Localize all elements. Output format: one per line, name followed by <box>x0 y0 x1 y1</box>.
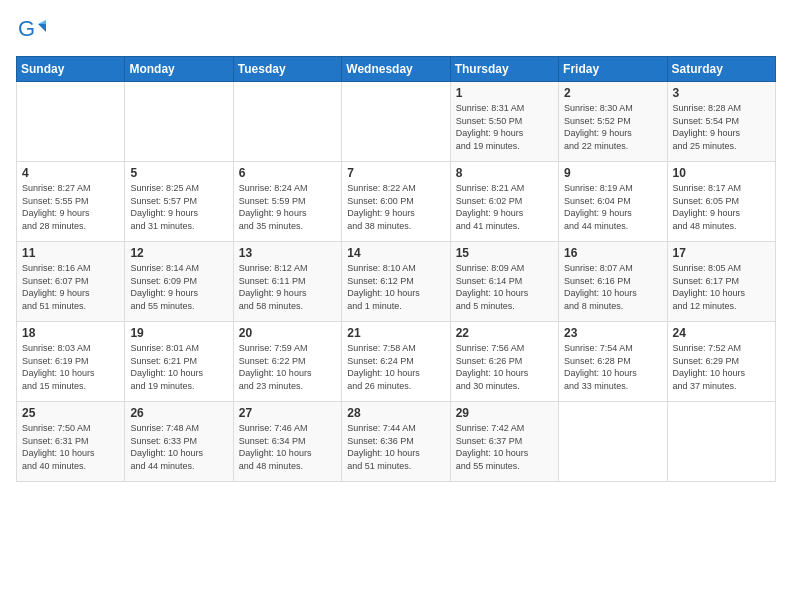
calendar-cell: 10Sunrise: 8:17 AM Sunset: 6:05 PM Dayli… <box>667 162 775 242</box>
day-info: Sunrise: 7:56 AM Sunset: 6:26 PM Dayligh… <box>456 342 553 392</box>
calendar-cell: 8Sunrise: 8:21 AM Sunset: 6:02 PM Daylig… <box>450 162 558 242</box>
day-number: 19 <box>130 326 227 340</box>
calendar-cell: 26Sunrise: 7:48 AM Sunset: 6:33 PM Dayli… <box>125 402 233 482</box>
calendar-cell: 1Sunrise: 8:31 AM Sunset: 5:50 PM Daylig… <box>450 82 558 162</box>
day-info: Sunrise: 8:27 AM Sunset: 5:55 PM Dayligh… <box>22 182 119 232</box>
day-info: Sunrise: 8:14 AM Sunset: 6:09 PM Dayligh… <box>130 262 227 312</box>
day-info: Sunrise: 8:30 AM Sunset: 5:52 PM Dayligh… <box>564 102 661 152</box>
day-info: Sunrise: 8:31 AM Sunset: 5:50 PM Dayligh… <box>456 102 553 152</box>
calendar-cell: 13Sunrise: 8:12 AM Sunset: 6:11 PM Dayli… <box>233 242 341 322</box>
calendar-week-3: 18Sunrise: 8:03 AM Sunset: 6:19 PM Dayli… <box>17 322 776 402</box>
calendar-cell: 28Sunrise: 7:44 AM Sunset: 6:36 PM Dayli… <box>342 402 450 482</box>
calendar-cell: 16Sunrise: 8:07 AM Sunset: 6:16 PM Dayli… <box>559 242 667 322</box>
day-number: 16 <box>564 246 661 260</box>
weekday-header-wednesday: Wednesday <box>342 57 450 82</box>
calendar-cell: 22Sunrise: 7:56 AM Sunset: 6:26 PM Dayli… <box>450 322 558 402</box>
calendar-week-1: 4Sunrise: 8:27 AM Sunset: 5:55 PM Daylig… <box>17 162 776 242</box>
day-info: Sunrise: 8:07 AM Sunset: 6:16 PM Dayligh… <box>564 262 661 312</box>
calendar-cell <box>667 402 775 482</box>
svg-marker-1 <box>38 24 46 32</box>
calendar-table: SundayMondayTuesdayWednesdayThursdayFrid… <box>16 56 776 482</box>
day-info: Sunrise: 7:50 AM Sunset: 6:31 PM Dayligh… <box>22 422 119 472</box>
day-number: 26 <box>130 406 227 420</box>
day-info: Sunrise: 8:01 AM Sunset: 6:21 PM Dayligh… <box>130 342 227 392</box>
day-number: 18 <box>22 326 119 340</box>
calendar-week-0: 1Sunrise: 8:31 AM Sunset: 5:50 PM Daylig… <box>17 82 776 162</box>
calendar-week-2: 11Sunrise: 8:16 AM Sunset: 6:07 PM Dayli… <box>17 242 776 322</box>
day-number: 9 <box>564 166 661 180</box>
weekday-header-monday: Monday <box>125 57 233 82</box>
day-info: Sunrise: 7:48 AM Sunset: 6:33 PM Dayligh… <box>130 422 227 472</box>
weekday-header-sunday: Sunday <box>17 57 125 82</box>
calendar-cell: 2Sunrise: 8:30 AM Sunset: 5:52 PM Daylig… <box>559 82 667 162</box>
header: G <box>16 16 776 46</box>
day-number: 14 <box>347 246 444 260</box>
day-info: Sunrise: 7:42 AM Sunset: 6:37 PM Dayligh… <box>456 422 553 472</box>
calendar-week-4: 25Sunrise: 7:50 AM Sunset: 6:31 PM Dayli… <box>17 402 776 482</box>
calendar-cell: 11Sunrise: 8:16 AM Sunset: 6:07 PM Dayli… <box>17 242 125 322</box>
calendar-cell: 12Sunrise: 8:14 AM Sunset: 6:09 PM Dayli… <box>125 242 233 322</box>
day-number: 22 <box>456 326 553 340</box>
day-info: Sunrise: 8:05 AM Sunset: 6:17 PM Dayligh… <box>673 262 770 312</box>
svg-text:G: G <box>18 16 35 41</box>
weekday-header-thursday: Thursday <box>450 57 558 82</box>
weekday-row: SundayMondayTuesdayWednesdayThursdayFrid… <box>17 57 776 82</box>
day-number: 3 <box>673 86 770 100</box>
day-info: Sunrise: 8:09 AM Sunset: 6:14 PM Dayligh… <box>456 262 553 312</box>
calendar-page: G SundayMondayTuesdayWednesdayThursdayFr… <box>0 0 792 612</box>
day-info: Sunrise: 7:54 AM Sunset: 6:28 PM Dayligh… <box>564 342 661 392</box>
calendar-cell: 6Sunrise: 8:24 AM Sunset: 5:59 PM Daylig… <box>233 162 341 242</box>
weekday-header-saturday: Saturday <box>667 57 775 82</box>
day-info: Sunrise: 8:21 AM Sunset: 6:02 PM Dayligh… <box>456 182 553 232</box>
day-number: 1 <box>456 86 553 100</box>
calendar-cell: 23Sunrise: 7:54 AM Sunset: 6:28 PM Dayli… <box>559 322 667 402</box>
calendar-cell: 24Sunrise: 7:52 AM Sunset: 6:29 PM Dayli… <box>667 322 775 402</box>
day-number: 4 <box>22 166 119 180</box>
day-number: 25 <box>22 406 119 420</box>
day-info: Sunrise: 7:52 AM Sunset: 6:29 PM Dayligh… <box>673 342 770 392</box>
day-number: 29 <box>456 406 553 420</box>
calendar-cell <box>559 402 667 482</box>
calendar-cell: 5Sunrise: 8:25 AM Sunset: 5:57 PM Daylig… <box>125 162 233 242</box>
day-number: 15 <box>456 246 553 260</box>
day-number: 6 <box>239 166 336 180</box>
weekday-header-friday: Friday <box>559 57 667 82</box>
calendar-cell: 29Sunrise: 7:42 AM Sunset: 6:37 PM Dayli… <box>450 402 558 482</box>
day-number: 17 <box>673 246 770 260</box>
calendar-header: SundayMondayTuesdayWednesdayThursdayFrid… <box>17 57 776 82</box>
day-number: 12 <box>130 246 227 260</box>
calendar-cell: 14Sunrise: 8:10 AM Sunset: 6:12 PM Dayli… <box>342 242 450 322</box>
day-number: 7 <box>347 166 444 180</box>
calendar-cell: 4Sunrise: 8:27 AM Sunset: 5:55 PM Daylig… <box>17 162 125 242</box>
calendar-cell: 18Sunrise: 8:03 AM Sunset: 6:19 PM Dayli… <box>17 322 125 402</box>
day-info: Sunrise: 8:24 AM Sunset: 5:59 PM Dayligh… <box>239 182 336 232</box>
day-info: Sunrise: 8:17 AM Sunset: 6:05 PM Dayligh… <box>673 182 770 232</box>
svg-marker-2 <box>38 20 46 24</box>
day-number: 23 <box>564 326 661 340</box>
calendar-cell: 25Sunrise: 7:50 AM Sunset: 6:31 PM Dayli… <box>17 402 125 482</box>
calendar-cell <box>342 82 450 162</box>
day-number: 11 <box>22 246 119 260</box>
day-info: Sunrise: 8:19 AM Sunset: 6:04 PM Dayligh… <box>564 182 661 232</box>
calendar-cell: 20Sunrise: 7:59 AM Sunset: 6:22 PM Dayli… <box>233 322 341 402</box>
day-number: 21 <box>347 326 444 340</box>
calendar-cell <box>125 82 233 162</box>
calendar-cell: 15Sunrise: 8:09 AM Sunset: 6:14 PM Dayli… <box>450 242 558 322</box>
logo: G <box>16 16 50 46</box>
day-number: 20 <box>239 326 336 340</box>
day-number: 2 <box>564 86 661 100</box>
calendar-cell: 27Sunrise: 7:46 AM Sunset: 6:34 PM Dayli… <box>233 402 341 482</box>
calendar-body: 1Sunrise: 8:31 AM Sunset: 5:50 PM Daylig… <box>17 82 776 482</box>
calendar-cell <box>17 82 125 162</box>
day-number: 10 <box>673 166 770 180</box>
day-info: Sunrise: 8:25 AM Sunset: 5:57 PM Dayligh… <box>130 182 227 232</box>
day-info: Sunrise: 8:16 AM Sunset: 6:07 PM Dayligh… <box>22 262 119 312</box>
calendar-cell: 7Sunrise: 8:22 AM Sunset: 6:00 PM Daylig… <box>342 162 450 242</box>
day-info: Sunrise: 7:46 AM Sunset: 6:34 PM Dayligh… <box>239 422 336 472</box>
calendar-cell: 9Sunrise: 8:19 AM Sunset: 6:04 PM Daylig… <box>559 162 667 242</box>
day-info: Sunrise: 7:58 AM Sunset: 6:24 PM Dayligh… <box>347 342 444 392</box>
day-info: Sunrise: 8:28 AM Sunset: 5:54 PM Dayligh… <box>673 102 770 152</box>
day-info: Sunrise: 8:22 AM Sunset: 6:00 PM Dayligh… <box>347 182 444 232</box>
day-number: 28 <box>347 406 444 420</box>
day-info: Sunrise: 8:12 AM Sunset: 6:11 PM Dayligh… <box>239 262 336 312</box>
